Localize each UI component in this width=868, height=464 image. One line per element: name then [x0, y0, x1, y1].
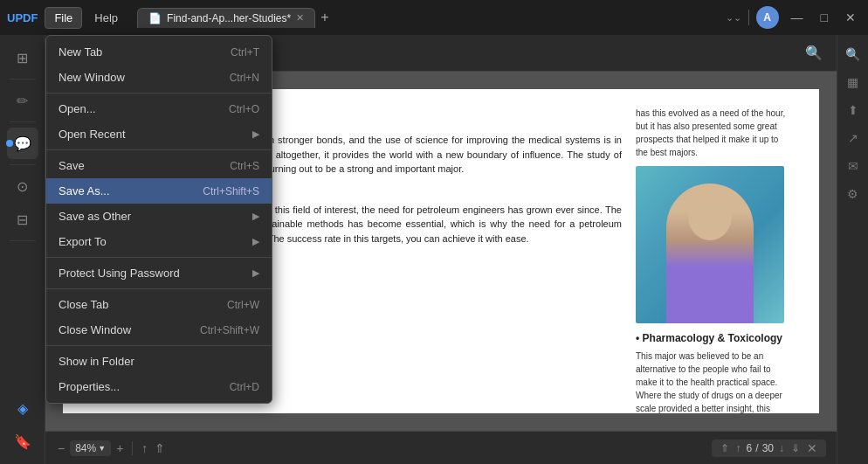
minimize-button[interactable]: — — [786, 9, 809, 26]
file-menu-button[interactable]: File — [45, 7, 82, 29]
sidebar-divider-3 — [10, 164, 36, 165]
sidebar-divider-4 — [10, 240, 36, 241]
menu-item-protect[interactable]: Protect Using Password ▶ — [46, 260, 272, 286]
menu-item-properties[interactable]: Properties... Ctrl+D — [46, 374, 272, 399]
menu-item-save[interactable]: Save Ctrl+S — [46, 153, 272, 178]
right-icon-share[interactable]: ↗ — [841, 126, 865, 150]
menu-item-new-window[interactable]: New Window Ctrl+N — [46, 65, 272, 90]
add-tab-button[interactable]: + — [320, 10, 328, 25]
zoom-minus-button[interactable]: − — [56, 441, 66, 455]
menu-item-close-window[interactable]: Close Window Ctrl+Shift+W — [46, 317, 272, 343]
overflow-button[interactable]: ⌄⌄ — [726, 12, 741, 24]
page-nav-close-button[interactable]: ✕ — [805, 441, 819, 455]
sidebar-icon-comment[interactable]: 💬 — [7, 128, 38, 159]
sidebar-icon-pages[interactable]: ⊞ — [7, 42, 38, 73]
scroll-up-button[interactable]: ↑ — [140, 441, 149, 455]
menu-item-label: Open Recent — [59, 128, 126, 141]
menu-item-open[interactable]: Open... Ctrl+O — [46, 96, 272, 121]
active-tab[interactable]: 📄 Find-and-Ap...her-Studies* ✕ — [137, 8, 315, 28]
page-current: 6 — [747, 442, 753, 454]
submenu-arrow-icon: ▶ — [252, 267, 259, 279]
page-last-button[interactable]: ⇓ — [789, 442, 802, 454]
menu-item-label: Save As... — [59, 184, 110, 197]
menu-item-label: Export To — [59, 235, 107, 248]
page-first-button[interactable]: ⇑ — [719, 442, 731, 454]
page-total: 30 — [762, 442, 774, 454]
menu-item-close-tab[interactable]: Close Tab Ctrl+W — [46, 292, 272, 317]
image-caption-text: has this evolved as a need of the hour, … — [636, 107, 793, 159]
close-window-button[interactable]: ✕ — [840, 9, 861, 26]
pharmacology-title: Pharmacology & Toxicology — [636, 330, 793, 346]
menu-item-label: Save as Other — [59, 210, 131, 223]
page-navigation: ⇑ ↑ 6 / 30 ↓ ⇓ ✕ — [712, 440, 826, 457]
page-next-button[interactable]: ↓ — [777, 442, 786, 454]
title-bar-controls: ⌄⌄ A — □ ✕ — [726, 6, 861, 29]
zoom-plus-button[interactable]: + — [114, 441, 125, 455]
maximize-button[interactable]: □ — [816, 9, 833, 26]
avatar[interactable]: A — [756, 6, 779, 29]
right-icon-mail[interactable]: ✉ — [841, 154, 865, 178]
left-sidebar: ⊞ ✏ 💬 ⊙ ⊟ ◈ 🔖 — [0, 35, 45, 464]
menu-item-label: Properties... — [59, 380, 120, 393]
zoom-dropdown-icon[interactable]: ▼ — [98, 444, 106, 453]
sidebar-icon-layers[interactable]: ◈ — [7, 392, 38, 424]
right-icon-upload[interactable]: ⬆ — [841, 98, 865, 122]
zoom-controls: − 84% ▼ + ↑ ⇑ — [56, 440, 167, 456]
menu-item-save-as[interactable]: Save As... Ctrl+Shift+S — [46, 178, 272, 204]
file-dropdown-menu: New Tab Ctrl+T New Window Ctrl+N Open...… — [45, 35, 272, 404]
right-icon-search[interactable]: 🔍 — [841, 42, 865, 66]
divider — [748, 10, 749, 25]
menu-shortcut: Ctrl+Shift+S — [203, 185, 259, 197]
comment-icon: 💬 — [14, 135, 31, 152]
page-prev-button[interactable]: ↑ — [734, 442, 743, 454]
menu-shortcut: Ctrl+W — [227, 299, 259, 311]
menu-divider-4 — [46, 288, 272, 289]
sidebar-bottom: ◈ 🔖 — [7, 392, 38, 457]
menu-item-label: New Tab — [59, 45, 102, 59]
right-icon-settings[interactable]: ⚙ — [841, 182, 865, 206]
menu-item-new-tab[interactable]: New Tab Ctrl+T — [46, 39, 272, 65]
tab-close-button[interactable]: ✕ — [296, 12, 304, 24]
title-bar: UPDF File Help 📄 Find-and-Ap...her-Studi… — [0, 0, 868, 35]
scroll-top-button[interactable]: ⇑ — [153, 441, 167, 455]
zoom-value: 84% — [75, 442, 96, 454]
menu-item-label: Show in Folder — [59, 355, 134, 368]
menu-shortcut: Ctrl+O — [229, 103, 259, 115]
menu-shortcut: Ctrl+D — [230, 381, 259, 393]
menu-item-label: Protect Using Password — [59, 267, 180, 280]
menu-divider-2 — [46, 149, 272, 150]
pdf-image-column: has this evolved as a need of the hour, … — [636, 107, 793, 413]
menu-item-save-as-other[interactable]: Save as Other ▶ — [46, 204, 272, 229]
sidebar-icon-edit[interactable]: ✏ — [7, 85, 38, 116]
sidebar-dot — [6, 140, 13, 147]
pharmacology-section: Pharmacology & Toxicology This major was… — [636, 330, 793, 413]
person-silhouette — [666, 184, 754, 323]
tab-bar: 📄 Find-and-Ap...her-Studies* ✕ + — [137, 8, 721, 28]
tab-title: Find-and-Ap...her-Studies* — [167, 12, 291, 24]
menu-shortcut: Ctrl+T — [231, 46, 259, 59]
menu-item-open-recent[interactable]: Open Recent ▶ — [46, 121, 272, 147]
search-toolbar-button[interactable]: 🔍 — [805, 45, 823, 61]
menu-divider-1 — [46, 93, 272, 93]
menu-item-show-folder[interactable]: Show in Folder — [46, 349, 272, 374]
menu-item-label: New Window — [59, 71, 125, 84]
menu-shortcut: Ctrl+S — [230, 160, 259, 172]
menu-item-export-to[interactable]: Export To ▶ — [46, 229, 272, 254]
sidebar-divider — [10, 79, 36, 80]
zoom-display: 84% ▼ — [70, 440, 111, 456]
menu-shortcut: Ctrl+N — [230, 72, 259, 84]
menu-divider-5 — [46, 345, 272, 346]
sidebar-icon-organize[interactable]: ⊟ — [7, 204, 38, 235]
pharmacology-text: This major was believed to be an alterna… — [636, 350, 793, 413]
submenu-arrow-icon: ▶ — [252, 236, 259, 247]
main-layout: ⊞ ✏ 💬 ⊙ ⊟ ◈ 🔖 New Tab Ctrl+T New Window … — [0, 35, 868, 464]
sidebar-icon-bookmark[interactable]: 🔖 — [7, 426, 38, 457]
person-image — [636, 166, 784, 323]
sidebar-icon-ocr[interactable]: ⊙ — [7, 170, 38, 202]
menu-shortcut: Ctrl+Shift+W — [200, 324, 259, 336]
bottom-divider — [132, 441, 133, 455]
person-head — [688, 192, 732, 240]
right-icon-scan[interactable]: ▦ — [841, 70, 865, 94]
help-menu-button[interactable]: Help — [86, 8, 127, 28]
menu-item-label: Save — [59, 159, 85, 172]
